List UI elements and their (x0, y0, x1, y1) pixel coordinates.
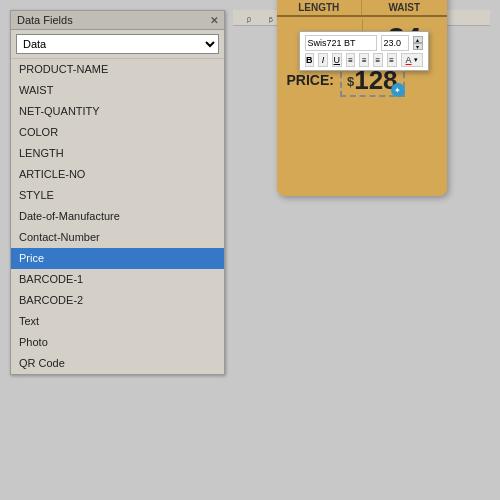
panel-header: Data Fields ✕ (11, 11, 224, 30)
align-justify-button[interactable]: ≡ (387, 53, 397, 67)
align-right-button[interactable]: ≡ (373, 53, 383, 67)
field-item-price[interactable]: Price (11, 248, 224, 269)
underline-button[interactable]: U (332, 53, 342, 67)
font-size-input[interactable] (381, 35, 409, 51)
bold-button[interactable]: B (305, 53, 315, 67)
italic-button[interactable]: I (318, 53, 328, 67)
length-header: LENGTH (277, 0, 363, 15)
price-edit-icon[interactable]: ✦ (391, 83, 405, 97)
field-item-style[interactable]: STYLE (11, 185, 224, 206)
align-left-button[interactable]: ≡ (346, 53, 356, 67)
align-center-button[interactable]: ≡ (359, 53, 369, 67)
font-size-spinner: ▴ ▾ (413, 36, 423, 50)
toolbar-font-row: ▴ ▾ (305, 35, 423, 51)
font-name-input[interactable] (305, 35, 377, 51)
panel-title: Data Fields (17, 14, 73, 26)
font-size-up[interactable]: ▴ (413, 36, 423, 43)
waist-header: WAIST (362, 0, 447, 15)
canvas-area: 0 5 10 P (233, 10, 490, 26)
field-item-length[interactable]: LENGTH (11, 143, 224, 164)
field-item-text[interactable]: Text (11, 311, 224, 332)
price-dollar-sign: $ (347, 74, 354, 89)
text-format-toolbar: ▴ ▾ B I U ≡ ≡ ≡ ≡ A▾ (299, 31, 429, 71)
field-item-article-no[interactable]: ARTICLE-NO (11, 164, 224, 185)
field-item-date-of-manufacture[interactable]: Date-of-Manufacture (11, 206, 224, 227)
field-item-product-name[interactable]: PRODUCT-NAME (11, 59, 224, 80)
price-label: PRICE: (287, 72, 334, 88)
ruler-mark-0: 0 (247, 16, 269, 23)
text-color-button[interactable]: A▾ (401, 53, 423, 67)
toolbar-format-row: B I U ≡ ≡ ≡ ≡ A▾ (305, 53, 423, 67)
field-item-qr-code[interactable]: QR Code (11, 353, 224, 374)
dropdown-row: Data Fields Custom (11, 30, 224, 59)
field-item-contact-number[interactable]: Contact-Number (11, 227, 224, 248)
ruler-area: 0 5 10 P (233, 10, 490, 26)
hang-tag: SWITZERLAND FASHion Poly Denim Blue - Mi… (277, 0, 447, 196)
field-item-barcode-1[interactable]: BARCODE-1 (11, 269, 224, 290)
field-item-photo[interactable]: Photo (11, 332, 224, 353)
field-item-waist[interactable]: WAIST (11, 80, 224, 101)
field-item-color[interactable]: COLOR (11, 122, 224, 143)
tag-container: SWITZERLAND FASHion Poly Denim Blue - Mi… (277, 0, 447, 196)
field-item-net-quantity[interactable]: NET-QUANTITY (11, 101, 224, 122)
font-size-down[interactable]: ▾ (413, 43, 423, 50)
data-fields-panel: Data Fields ✕ Data Fields Custom PRODUCT… (10, 10, 225, 375)
field-list: PRODUCT-NAME WAIST NET-QUANTITY COLOR LE… (11, 59, 224, 374)
data-dropdown[interactable]: Data Fields Custom (16, 34, 219, 54)
close-icon[interactable]: ✕ (210, 15, 218, 26)
measurements-header: LENGTH WAIST (277, 0, 447, 17)
field-item-barcode-2[interactable]: BARCODE-2 (11, 290, 224, 311)
